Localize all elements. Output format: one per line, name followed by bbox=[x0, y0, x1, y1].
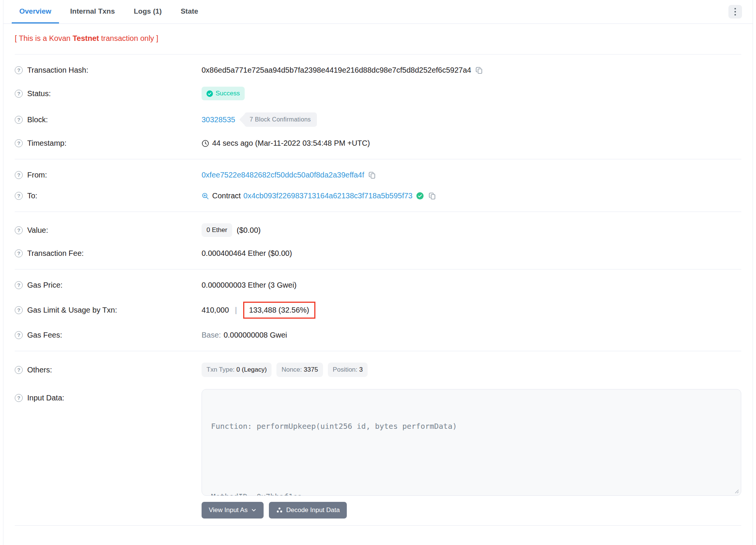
input-function-line: Function: performUpkeep(uint256 id, byte… bbox=[211, 420, 732, 432]
check-circle-icon bbox=[206, 90, 213, 97]
row-input-data: ? Input Data: Function: performUpkeep(ui… bbox=[15, 383, 741, 497]
gas-fees-base-label: Base: bbox=[202, 331, 221, 339]
help-icon[interactable]: ? bbox=[15, 192, 23, 200]
help-icon[interactable]: ? bbox=[15, 281, 23, 289]
chevron-down-icon bbox=[251, 508, 256, 513]
group-others: ? Others: Txn Type: 0 (Legacy) Nonce: 33… bbox=[15, 351, 741, 526]
row-gas-limit-usage: ? Gas Limit & Usage by Txn: 410,000 | 13… bbox=[15, 296, 741, 325]
group-value: ? Value: 0 Ether ($0.00) ? Transaction F… bbox=[15, 212, 741, 269]
txn-type-name: Txn Type: bbox=[206, 366, 234, 373]
view-input-as-button[interactable]: View Input As bbox=[202, 502, 264, 519]
testnet-warning: [ This is a Kovan Testnet transaction on… bbox=[15, 24, 741, 54]
input-data-actions: View Input As Decode Input Data bbox=[202, 497, 741, 522]
status-badge: Success bbox=[202, 87, 245, 100]
copy-icon[interactable] bbox=[475, 66, 483, 75]
timestamp-value: 44 secs ago (Mar-11-2022 03:54:48 PM +UT… bbox=[212, 139, 370, 148]
help-icon[interactable]: ? bbox=[15, 116, 23, 124]
value-label: Value: bbox=[27, 226, 48, 235]
row-from: ? From: 0xfee7522e8482682cf50ddc50a0f8da… bbox=[15, 165, 741, 185]
row-to: ? To: Contract 0x4cb093f226983713164a621… bbox=[15, 185, 741, 206]
gas-limit-value: 410,000 bbox=[202, 306, 229, 315]
input-data-textarea[interactable]: Function: performUpkeep(uint256 id, byte… bbox=[202, 389, 741, 496]
ether-value-badge: 0 Ether bbox=[202, 223, 232, 237]
block-label: Block: bbox=[27, 115, 48, 124]
tab-bar: Overview Internal Txns Logs (1) State bbox=[3, 0, 753, 24]
value-usd: ($0.00) bbox=[237, 226, 261, 235]
kebab-icon bbox=[734, 8, 736, 16]
nonce-badge: Nonce: 3375 bbox=[276, 363, 323, 377]
tab-logs[interactable]: Logs (1) bbox=[126, 0, 169, 23]
others-label: Others: bbox=[27, 366, 52, 374]
help-icon[interactable]: ? bbox=[15, 90, 23, 98]
row-block: ? Block: 30328535 7 Block Confirmations bbox=[15, 106, 741, 133]
block-number-link[interactable]: 30328535 bbox=[202, 115, 235, 124]
txn-type-badge: Txn Type: 0 (Legacy) bbox=[202, 363, 272, 377]
warning-suffix: transaction only ] bbox=[99, 34, 158, 42]
gas-limit-usage-label: Gas Limit & Usage by Txn: bbox=[27, 306, 117, 315]
nonce-name: Nonce: bbox=[281, 366, 302, 373]
zoom-in-icon[interactable] bbox=[202, 192, 209, 200]
gas-separator: | bbox=[235, 306, 237, 315]
help-icon[interactable]: ? bbox=[15, 366, 23, 374]
warning-bold: Testnet bbox=[73, 34, 99, 42]
transaction-hash-value: 0x86ed5a771e725aa94d5b7fa2398e4419e216d8… bbox=[202, 66, 471, 75]
help-icon[interactable]: ? bbox=[15, 66, 23, 74]
row-gas-price: ? Gas Price: 0.000000003 Ether (3 Gwei) bbox=[15, 275, 741, 296]
row-value: ? Value: 0 Ether ($0.00) bbox=[15, 217, 741, 243]
row-transaction-hash: ? Transaction Hash: 0x86ed5a771e725aa94d… bbox=[15, 60, 741, 81]
copy-icon[interactable] bbox=[368, 171, 376, 179]
row-status: ? Status: Success bbox=[15, 81, 741, 106]
verified-contract-icon bbox=[416, 192, 424, 199]
gas-price-label: Gas Price: bbox=[27, 281, 62, 290]
status-value: Success bbox=[216, 90, 240, 97]
group-gas: ? Gas Price: 0.000000003 Ether (3 Gwei) … bbox=[15, 269, 741, 351]
group-summary: ? Transaction Hash: 0x86ed5a771e725aa94d… bbox=[15, 54, 741, 159]
help-icon[interactable]: ? bbox=[15, 226, 23, 234]
transaction-fee-value: 0.000400464 Ether ($0.00) bbox=[202, 249, 292, 258]
from-address-link[interactable]: 0xfee7522e8482682cf50ddc50a0f8da2a39effa… bbox=[202, 171, 364, 179]
transaction-overview-card: Overview Internal Txns Logs (1) State [ … bbox=[3, 0, 753, 545]
help-icon[interactable]: ? bbox=[15, 139, 23, 147]
help-icon[interactable]: ? bbox=[15, 394, 23, 402]
help-icon[interactable]: ? bbox=[15, 249, 23, 257]
decode-input-data-button[interactable]: Decode Input Data bbox=[269, 502, 347, 519]
status-label: Status: bbox=[27, 89, 51, 98]
gas-fees-label: Gas Fees: bbox=[27, 331, 62, 339]
to-contract-prefix: Contract bbox=[212, 192, 241, 200]
block-confirmations-badge: 7 Block Confirmations bbox=[244, 112, 317, 127]
more-options-button[interactable] bbox=[728, 5, 742, 19]
timestamp-label: Timestamp: bbox=[27, 139, 67, 148]
resize-handle-icon[interactable] bbox=[734, 489, 739, 494]
row-transaction-fee: ? Transaction Fee: 0.000400464 Ether ($0… bbox=[15, 243, 741, 264]
decode-icon bbox=[276, 507, 283, 514]
tab-overview[interactable]: Overview bbox=[12, 0, 59, 23]
view-input-as-label: View Input As bbox=[209, 506, 248, 514]
tab-internal-txns[interactable]: Internal Txns bbox=[63, 0, 123, 23]
transaction-fee-label: Transaction Fee: bbox=[27, 249, 84, 258]
group-parties: ? From: 0xfee7522e8482682cf50ddc50a0f8da… bbox=[15, 159, 741, 212]
clock-icon bbox=[202, 140, 209, 147]
copy-icon[interactable] bbox=[428, 192, 436, 200]
position-value: 3 bbox=[359, 366, 363, 373]
position-name: Position: bbox=[333, 366, 357, 373]
row-timestamp: ? Timestamp: 44 secs ago (Mar-11-2022 03… bbox=[15, 133, 741, 154]
to-address-link[interactable]: 0x4cb093f226983713164a62138c3f718a5b595f… bbox=[244, 192, 413, 200]
to-label: To: bbox=[27, 192, 37, 200]
from-label: From: bbox=[27, 171, 47, 179]
help-icon[interactable]: ? bbox=[15, 171, 23, 179]
row-others: ? Others: Txn Type: 0 (Legacy) Nonce: 33… bbox=[15, 357, 741, 383]
help-icon[interactable]: ? bbox=[15, 306, 23, 314]
input-data-label: Input Data: bbox=[27, 394, 64, 402]
warning-prefix: [ This is a Kovan bbox=[15, 34, 73, 42]
help-icon[interactable]: ? bbox=[15, 331, 23, 339]
txn-type-value: 0 (Legacy) bbox=[236, 366, 267, 373]
gas-usage-value: 133,488 (32.56%) bbox=[249, 306, 309, 314]
tab-state[interactable]: State bbox=[173, 0, 206, 23]
nonce-value: 3375 bbox=[304, 366, 318, 373]
input-methodid-line: MethodID: 0x7bbaf1ea bbox=[211, 491, 732, 496]
position-badge: Position: 3 bbox=[328, 363, 368, 377]
gas-price-value: 0.000000003 Ether (3 Gwei) bbox=[202, 281, 297, 290]
decode-input-data-label: Decode Input Data bbox=[286, 506, 340, 514]
row-gas-fees: ? Gas Fees: Base: 0.000000008 Gwei bbox=[15, 325, 741, 346]
gas-usage-annotation-box: 133,488 (32.56%) bbox=[243, 302, 315, 319]
